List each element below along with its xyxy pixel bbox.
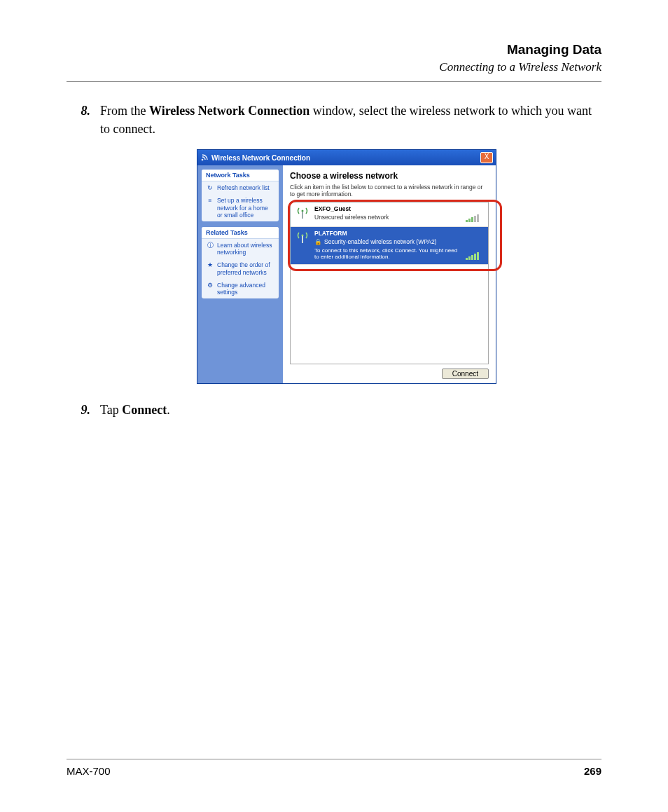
network-tasks-box: Network Tasks ↻ Refresh network list ≡ S…: [202, 170, 279, 221]
setup-wireless-network[interactable]: ≡ Set up a wireless network for a home o…: [202, 194, 279, 221]
main-panel: Choose a wireless network Click an item …: [283, 165, 496, 383]
refresh-label: Refresh network list: [217, 184, 270, 191]
step-9-pre: Tap: [100, 403, 122, 417]
footer-model: MAX-700: [67, 765, 111, 777]
advanced-label: Change advanced settings: [217, 282, 274, 296]
learn-label: Learn about wireless networking: [217, 242, 274, 256]
signal-strength-icon: [466, 205, 484, 222]
lock-icon: 🔒: [314, 238, 322, 245]
svg-point-0: [202, 159, 204, 161]
step-9-post: .: [167, 403, 170, 417]
choose-network-sub: Click an item in the list below to conne…: [290, 184, 489, 198]
antenna-icon: [295, 205, 310, 222]
refresh-icon: ↻: [206, 184, 214, 191]
refresh-network-list[interactable]: ↻ Refresh network list: [202, 181, 279, 194]
learn-about-wireless[interactable]: ⓘ Learn about wireless networking: [202, 239, 279, 259]
wireless-window: Wireless Network Connection X Network Ta…: [197, 149, 496, 384]
choose-network-title: Choose a wireless network: [290, 171, 489, 181]
network-desc-2: 🔒Security-enabled wireless network (WPA2…: [314, 238, 461, 245]
change-order-networks[interactable]: ★ Change the order of preferred networks: [202, 259, 279, 278]
close-button[interactable]: X: [480, 152, 493, 163]
step-9-number: 9.: [67, 401, 100, 419]
setup-icon: ≡: [206, 197, 214, 219]
svg-rect-2: [302, 212, 303, 219]
network-info-2: To connect to this network, click Connec…: [314, 247, 461, 260]
star-icon: ★: [206, 261, 214, 275]
step-9: 9. Tap Connect.: [67, 401, 601, 419]
antenna-icon: [295, 230, 310, 260]
step-8-bold: Wireless Network Connection: [149, 104, 309, 118]
svg-rect-4: [302, 236, 303, 243]
change-order-label: Change the order of preferred networks: [217, 261, 274, 275]
page-header-subtitle: Connecting to a Wireless Network: [67, 60, 601, 74]
header-rule: [67, 81, 601, 82]
window-title: Wireless Network Connection: [211, 154, 480, 162]
change-advanced-settings[interactable]: ⚙ Change advanced settings: [202, 279, 279, 298]
network-item-platform[interactable]: PLATFORM 🔒Security-enabled wireless netw…: [291, 227, 488, 265]
step-9-text: Tap Connect.: [100, 401, 170, 419]
related-tasks-box: Related Tasks ⓘ Learn about wireless net…: [202, 227, 279, 298]
network-desc-2-text: Security-enabled wireless network (WPA2): [324, 238, 436, 245]
network-desc-1: Unsecured wireless network: [314, 214, 461, 221]
sidebar: Network Tasks ↻ Refresh network list ≡ S…: [197, 165, 283, 383]
gear-icon: ⚙: [206, 282, 214, 296]
step-8-text: From the Wireless Network Connection win…: [100, 102, 601, 138]
step-9-bold: Connect: [122, 403, 167, 417]
network-item-exfo-guest[interactable]: EXFO_Guest Unsecured wireless network: [291, 202, 488, 227]
network-list: EXFO_Guest Unsecured wireless network PL…: [290, 202, 489, 364]
connect-button[interactable]: Connect: [442, 369, 489, 379]
step-8-pre: From the: [100, 104, 149, 118]
network-name-1: EXFO_Guest: [314, 205, 461, 212]
signal-strength-icon: [466, 230, 484, 260]
setup-label: Set up a wireless network for a home or …: [217, 197, 274, 219]
info-icon: ⓘ: [206, 242, 214, 256]
related-tasks-head: Related Tasks: [202, 227, 279, 239]
page-footer: MAX-700 269: [67, 759, 601, 777]
footer-page-number: 269: [584, 765, 601, 777]
screenshot-wrapper: Wireless Network Connection X Network Ta…: [197, 149, 601, 384]
wireless-icon: [200, 153, 209, 162]
titlebar: Wireless Network Connection X: [197, 150, 496, 165]
network-name-2: PLATFORM: [314, 230, 461, 237]
page-header-title: Managing Data: [67, 42, 601, 57]
step-8-number: 8.: [67, 102, 100, 138]
step-8: 8. From the Wireless Network Connection …: [67, 102, 601, 138]
network-tasks-head: Network Tasks: [202, 170, 279, 181]
